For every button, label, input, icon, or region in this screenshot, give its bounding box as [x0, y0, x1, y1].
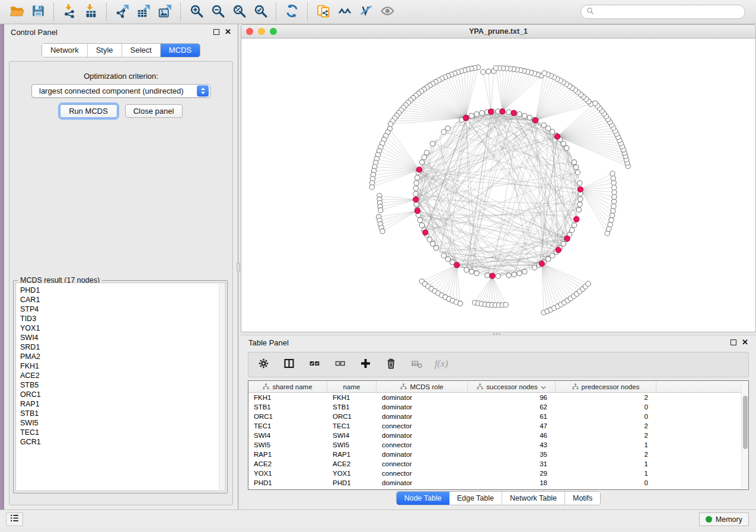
cell-predecessor-nodes[interactable]: 1: [556, 440, 656, 450]
table-row[interactable]: SWI5SWI5connector431: [248, 440, 748, 450]
network-node[interactable]: [415, 175, 420, 180]
network-node[interactable]: [517, 271, 522, 275]
tab-network[interactable]: Network: [42, 44, 88, 57]
cell-predecessor-nodes[interactable]: 1: [556, 459, 656, 469]
mcds-hub-node[interactable]: [488, 109, 493, 114]
network-node[interactable]: [612, 190, 617, 194]
network-node[interactable]: [414, 202, 419, 207]
cell-MCDS-role[interactable]: connector: [377, 459, 468, 469]
cell-predecessor-nodes[interactable]: 2: [556, 431, 656, 440]
network-node[interactable]: [610, 213, 614, 217]
network-node[interactable]: [433, 245, 438, 250]
network-node[interactable]: [413, 186, 418, 191]
network-node[interactable]: [424, 150, 429, 155]
network-node[interactable]: [419, 160, 424, 165]
network-node[interactable]: [422, 155, 426, 159]
close-panel-icon[interactable]: ✕: [225, 29, 231, 35]
mcds-result-node[interactable]: FKH1: [20, 361, 225, 371]
cell-name[interactable]: YOX1: [327, 469, 377, 478]
zoom-in-button[interactable]: [186, 2, 207, 22]
cell-name[interactable]: STB1: [327, 402, 377, 412]
network-node[interactable]: [414, 181, 419, 185]
mcds-hub-node[interactable]: [463, 115, 468, 120]
cell-predecessor-nodes[interactable]: 1: [556, 469, 656, 478]
network-node[interactable]: [464, 267, 469, 272]
tab-motifs[interactable]: Motifs: [565, 492, 600, 505]
network-node[interactable]: [486, 69, 491, 73]
network-node[interactable]: [611, 204, 616, 209]
cell-predecessor-nodes[interactable]: 2: [556, 393, 656, 402]
network-node[interactable]: [481, 69, 486, 74]
hide-selected-button[interactable]: [355, 2, 377, 22]
network-node[interactable]: [578, 202, 582, 207]
table-scrollbar-thumb[interactable]: [743, 396, 748, 449]
save-button[interactable]: [27, 2, 49, 22]
network-node[interactable]: [430, 241, 435, 246]
network-node[interactable]: [576, 207, 581, 212]
network-node[interactable]: [572, 160, 576, 165]
network-node[interactable]: [512, 272, 516, 277]
table-row[interactable]: RAP1RAP1dominator352: [248, 450, 748, 459]
table-row[interactable]: FKH1FKH1dominator962: [248, 393, 748, 402]
network-node[interactable]: [608, 222, 613, 227]
network-node[interactable]: [506, 273, 511, 278]
vertical-splitter-grip[interactable]: [237, 262, 240, 272]
column-header-shared-name[interactable]: shared name: [248, 381, 327, 393]
network-node[interactable]: [542, 70, 547, 75]
cell-successor-nodes[interactable]: 31: [468, 459, 556, 469]
cell-MCDS-role[interactable]: connector: [377, 421, 468, 431]
network-node[interactable]: [541, 123, 546, 127]
mcds-hub-node[interactable]: [500, 109, 505, 114]
cell-shared-name[interactable]: ORC1: [248, 412, 327, 421]
tab-node-table[interactable]: Node Table: [397, 492, 449, 505]
table-row[interactable]: ACE2ACE2connector311: [248, 459, 748, 469]
mcds-hub-node[interactable]: [554, 134, 560, 139]
table-row[interactable]: SWI4SWI4dominator462: [248, 431, 748, 440]
network-node[interactable]: [469, 269, 474, 274]
table-row[interactable]: TEC1TEC1connector472: [248, 421, 748, 431]
mcds-hub-node[interactable]: [414, 208, 420, 213]
network-node[interactable]: [417, 218, 422, 223]
cell-shared-name[interactable]: RAP1: [248, 450, 327, 459]
network-node[interactable]: [611, 199, 616, 204]
cell-MCDS-role[interactable]: connector: [377, 469, 468, 478]
mcds-hub-node[interactable]: [413, 197, 419, 202]
network-node[interactable]: [550, 129, 554, 134]
column-header-predecessor-nodes[interactable]: predecessor nodes: [556, 381, 656, 393]
network-node[interactable]: [610, 171, 615, 176]
network-window-titlebar[interactable]: YPA_prune.txt_1: [241, 24, 756, 39]
cell-name[interactable]: SWI4: [327, 431, 377, 440]
result-list-scrollbar[interactable]: [219, 284, 224, 490]
mcds-result-node[interactable]: PMA2: [20, 352, 225, 361]
cell-name[interactable]: RAP1: [327, 450, 377, 459]
network-node[interactable]: [570, 227, 575, 232]
tab-mcds[interactable]: MCDS: [161, 44, 200, 57]
network-node[interactable]: [609, 217, 614, 222]
network-node[interactable]: [527, 115, 532, 120]
cell-name[interactable]: SWI5: [327, 440, 377, 450]
task-history-button[interactable]: [6, 512, 23, 526]
network-node[interactable]: [612, 194, 617, 199]
network-node[interactable]: [546, 126, 550, 131]
run-mcds-button[interactable]: Run MCDS: [60, 104, 117, 118]
zoom-out-button[interactable]: [207, 2, 228, 22]
network-node[interactable]: [593, 101, 598, 105]
close-panel-button[interactable]: Close panel: [125, 104, 183, 118]
cell-shared-name[interactable]: STB1: [248, 402, 327, 412]
network-node[interactable]: [380, 229, 385, 233]
mcds-hub-node[interactable]: [423, 230, 428, 235]
mcds-result-node[interactable]: PHD1: [20, 286, 225, 295]
float-table-panel-icon[interactable]: [731, 339, 736, 345]
network-node[interactable]: [458, 301, 462, 306]
export-network-button[interactable]: [111, 2, 133, 22]
table-row[interactable]: ORC1ORC1dominator610: [248, 412, 748, 421]
table-row[interactable]: PHD1PHD1dominator180: [248, 478, 748, 488]
mcds-result-node[interactable]: STP4: [20, 305, 225, 314]
table-row[interactable]: YOX1YOX1connector291: [248, 469, 748, 478]
network-node[interactable]: [474, 271, 479, 275]
mcds-result-list[interactable]: PHD1CAR1STP4TID3YOX1SWI4SRD1PMA2FKH1ACE2…: [15, 283, 225, 491]
cell-shared-name[interactable]: SWI5: [248, 440, 327, 450]
mcds-result-node[interactable]: CAR1: [20, 295, 225, 305]
mcds-hub-node[interactable]: [556, 247, 561, 252]
mcds-hub-node[interactable]: [564, 236, 570, 241]
